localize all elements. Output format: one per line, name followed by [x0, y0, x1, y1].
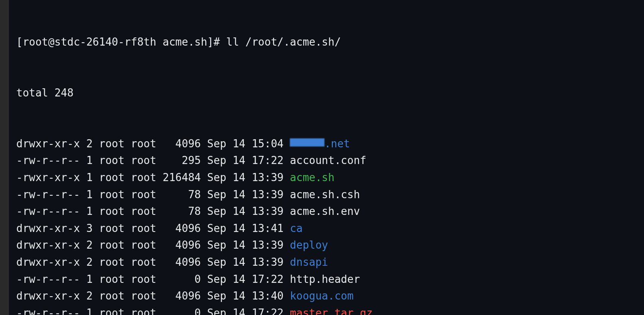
file-name: ca — [290, 222, 302, 234]
file-name: acme.sh — [290, 171, 335, 184]
file-meta: -rw-r--r-- 1 root root 295 Sep 14 17:22 — [16, 154, 290, 166]
file-meta: -rw-r--r-- 1 root root 0 Sep 14 17:22 — [16, 273, 290, 285]
file-name: dnsapi — [290, 256, 328, 268]
prompt-prefix: [root@stdc-26140-rf8th acme.sh]# — [16, 36, 226, 48]
file-meta: drwxr-xr-x 2 root root 4096 Sep 14 15:04 — [16, 138, 290, 150]
file-row: -rwxr-xr-x 1 root root 216484 Sep 14 13:… — [16, 169, 644, 186]
command-text: ll /root/.acme.sh/ — [226, 36, 341, 48]
file-row: -rw-r--r-- 1 root root 295 Sep 14 17:22 … — [16, 152, 644, 169]
file-row: drwxr-xr-x 2 root root 4096 Sep 14 15:04… — [16, 136, 644, 153]
file-row: drwxr-xr-x 2 root root 4096 Sep 14 13:39… — [16, 254, 644, 271]
file-name: master.tar.gz — [290, 307, 373, 315]
file-row: drwxr-xr-x 2 root root 4096 Sep 14 13:40… — [16, 288, 644, 305]
total-line: total 248 — [16, 85, 644, 102]
file-name: deploy — [290, 239, 328, 251]
file-row: drwxr-xr-x 2 root root 4096 Sep 14 13:39… — [16, 237, 644, 254]
file-meta: -rw-r--r-- 1 root root 78 Sep 14 13:39 — [16, 188, 290, 201]
file-name: acme.sh.csh — [290, 188, 360, 201]
file-row: drwxr-xr-x 3 root root 4096 Sep 14 13:41… — [16, 220, 644, 237]
redacted-domain — [290, 138, 324, 147]
file-meta: drwxr-xr-x 2 root root 4096 Sep 14 13:40 — [16, 290, 290, 302]
file-meta: -rw-r--r-- 1 root root 0 Sep 14 17:22 — [16, 307, 290, 315]
file-row: -rw-r--r-- 1 root root 78 Sep 14 13:39 a… — [16, 186, 644, 203]
file-meta: drwxr-xr-x 2 root root 4096 Sep 14 13:39 — [16, 239, 290, 251]
scrollbar-gutter — [0, 0, 9, 315]
file-meta: -rwxr-xr-x 1 root root 216484 Sep 14 13:… — [16, 171, 290, 184]
file-name: http.header — [290, 273, 360, 285]
file-row: -rw-r--r-- 1 root root 0 Sep 14 17:22 ma… — [16, 305, 644, 315]
file-meta: drwxr-xr-x 2 root root 4096 Sep 14 13:39 — [16, 256, 290, 268]
file-meta: drwxr-xr-x 3 root root 4096 Sep 14 13:41 — [16, 222, 290, 234]
file-name: account.conf — [290, 154, 366, 166]
prompt-line-1: [root@stdc-26140-rf8th acme.sh]# ll /roo… — [16, 34, 644, 51]
file-listing: drwxr-xr-x 2 root root 4096 Sep 14 15:04… — [16, 136, 644, 315]
file-name: .net — [324, 138, 350, 150]
file-name: acme.sh.env — [290, 205, 360, 217]
terminal-output[interactable]: [root@stdc-26140-rf8th acme.sh]# ll /roo… — [0, 0, 644, 315]
file-meta: -rw-r--r-- 1 root root 78 Sep 14 13:39 — [16, 205, 290, 217]
file-name: koogua.com — [290, 290, 354, 302]
file-row: -rw-r--r-- 1 root root 0 Sep 14 17:22 ht… — [16, 271, 644, 288]
file-row: -rw-r--r-- 1 root root 78 Sep 14 13:39 a… — [16, 203, 644, 220]
